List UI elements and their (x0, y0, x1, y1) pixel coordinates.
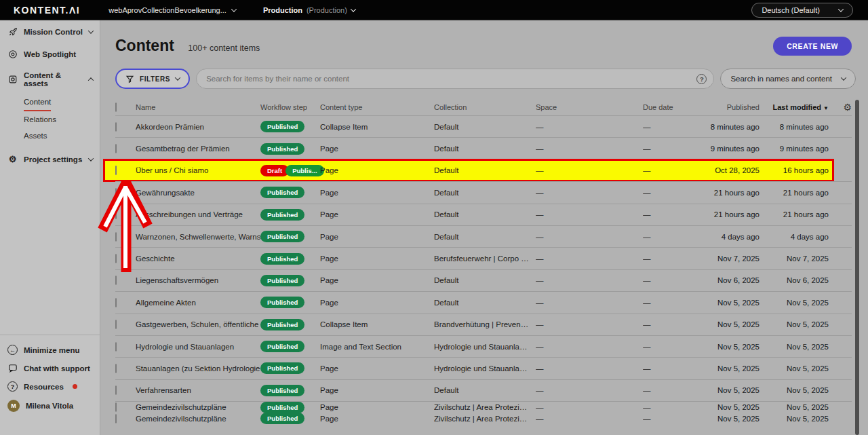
row-checkbox[interactable] (115, 232, 117, 242)
item-name: Allgemeine Akten (136, 299, 260, 307)
search-input[interactable] (206, 75, 690, 83)
table-row[interactable]: Akkordeon Prämien Published Collapse Ite… (115, 115, 852, 137)
chevron-down-icon (88, 28, 94, 33)
column-header-name[interactable]: Name (136, 103, 260, 111)
minimize-menu-label: Minimize menu (24, 346, 79, 354)
chevron-down-icon (838, 6, 844, 12)
table-settings-gear-icon[interactable]: ⚙ (843, 102, 852, 113)
table-row[interactable]: Liegenschaftsvermögen Published Page Def… (115, 269, 852, 291)
published-cell: 21 hours ago (700, 189, 765, 197)
minimize-menu-button[interactable]: ← Minimize menu (0, 341, 100, 359)
table-row[interactable]: Stauanlagen (zu Sektion Hydrologie und S… (115, 357, 852, 379)
search-scope-dropdown[interactable]: Search in names and content (720, 69, 856, 89)
row-checkbox[interactable] (115, 188, 117, 197)
workflow-badge: Published (260, 187, 304, 198)
workflow-badge: Published (260, 209, 304, 221)
content-table: Name Workflow step Content type Collecti… (115, 99, 852, 424)
last-modified-cell: Nov 5, 2025 (765, 403, 834, 411)
workflow-badge: Published (260, 341, 304, 352)
content-type-cell: Image and Text Section (320, 343, 434, 351)
user-menu[interactable]: M Milena Vitola (0, 396, 100, 416)
table-body: Akkordeon Prämien Published Collapse Ite… (115, 115, 852, 424)
table-row[interactable]: Gesamtbetrag der Prämien Published Page … (115, 137, 852, 159)
sidebar-footer: ← Minimize menu Chat with support ? Reso… (0, 335, 100, 416)
sidebar-item-web-spotlight[interactable]: Web Spotlight (0, 43, 100, 65)
table-row[interactable]: Gemeindezivilschutzpläne Published Page … (115, 413, 852, 424)
space-cell: — (536, 145, 643, 153)
column-header-collection[interactable]: Collection (434, 103, 536, 111)
table-row[interactable]: Allgemeine Akten Published Page Default … (115, 291, 852, 313)
sidebar-item-content-assets[interactable]: Content & assets (0, 65, 100, 94)
table-row[interactable]: Gastgewerben, Schulen, öffentliche Veran… (115, 314, 852, 335)
filters-button[interactable]: FILTERS (115, 69, 190, 89)
table-row[interactable]: Gewährungsakte Published Page Default — … (115, 181, 852, 203)
table-row[interactable]: Verfahrensarten Published Page Default —… (115, 379, 852, 401)
environment-selector[interactable]: Production (Production) (263, 6, 355, 14)
column-header-content-type[interactable]: Content type (320, 103, 434, 111)
search-box: ? (196, 69, 714, 89)
content-type-cell: Page (320, 254, 434, 263)
row-checkbox[interactable] (115, 210, 117, 219)
row-checkbox[interactable] (115, 364, 117, 373)
row-checkbox[interactable] (115, 276, 117, 285)
help-icon[interactable]: ? (696, 74, 707, 84)
row-checkbox[interactable] (115, 298, 117, 307)
row-checkbox[interactable] (115, 385, 117, 395)
sidebar-item-content[interactable]: Content (24, 94, 51, 111)
workflow-step-cell: Published (260, 231, 320, 242)
published-cell: 8 minutes ago (700, 123, 765, 131)
table-row[interactable]: Über uns / Chi siamo DraftPublis... Page… (115, 159, 852, 181)
collection-cell: Default (434, 233, 536, 241)
sidebar-item-mission-control[interactable]: Mission Control (0, 20, 100, 43)
due-date-cell: — (643, 320, 700, 328)
column-header-workflow-step[interactable]: Workflow step (260, 103, 320, 111)
column-header-due-date[interactable]: Due date (643, 103, 700, 111)
row-checkbox[interactable] (115, 320, 117, 329)
table-row[interactable]: Warnzonen, Schwellenwerte, Warnstufen Pu… (115, 225, 852, 247)
space-cell: — (536, 343, 643, 351)
table-row[interactable]: Ausschreibungen und Verträge Published P… (115, 204, 852, 225)
space-cell: — (536, 320, 643, 328)
table-row[interactable]: Gemeindezivilschutzpläne Published Page … (115, 401, 852, 413)
item-name: Geschichte (136, 254, 260, 263)
sidebar-item-relations[interactable]: Relations (0, 111, 100, 128)
row-checkbox[interactable] (115, 402, 117, 412)
vertical-scrollbar[interactable] (855, 100, 859, 435)
language-selector[interactable]: Deutsch (Default) (751, 3, 853, 18)
space-cell: — (536, 189, 643, 197)
project-selector[interactable]: webAprovCollectionBevoelkerung... (108, 6, 236, 14)
workflow-badge: Draft (260, 165, 289, 176)
table-row[interactable]: Geschichte Published Page Berufsfeuerweh… (115, 247, 852, 269)
workflow-badge: Published (260, 275, 304, 286)
last-modified-cell: Nov 7, 2025 (765, 254, 834, 263)
row-checkbox[interactable] (115, 122, 117, 132)
collection-cell: Default (434, 166, 536, 174)
chevron-down-icon (231, 6, 237, 12)
table-row[interactable]: Hydrologie und Stauanlagen Published Ima… (115, 335, 852, 357)
column-header-last-modified[interactable]: Last modified ▼ (765, 103, 834, 111)
item-name: Gewährungsakte (136, 189, 260, 197)
item-name: Ausschreibungen und Verträge (136, 210, 260, 219)
page-title: Content (115, 37, 174, 55)
column-header-space[interactable]: Space (536, 103, 643, 111)
kontent-logo: KONTENT.ΛI (14, 5, 80, 16)
column-header-published[interactable]: Published (700, 103, 765, 111)
row-checkbox[interactable] (115, 414, 117, 423)
chat-support-button[interactable]: Chat with support (0, 359, 100, 377)
select-all-checkbox[interactable] (115, 102, 117, 112)
collection-cell: Default (434, 189, 536, 197)
environment-name: Production (263, 6, 302, 14)
sidebar-item-label: Mission Control (24, 28, 83, 36)
row-checkbox[interactable] (115, 166, 117, 175)
sidebar-item-project-settings[interactable]: ⚙ Project settings (0, 148, 100, 170)
create-new-button[interactable]: CREATE NEW (773, 37, 852, 56)
notification-dot (73, 384, 77, 389)
due-date-cell: — (643, 233, 700, 241)
row-checkbox[interactable] (115, 144, 117, 153)
row-checkbox[interactable] (115, 254, 117, 263)
resources-button[interactable]: ? Resources (0, 377, 100, 396)
row-checkbox[interactable] (115, 342, 117, 352)
sidebar-item-assets[interactable]: Assets (0, 128, 100, 144)
chat-bubble-icon (7, 363, 18, 373)
space-cell: — (536, 415, 643, 423)
